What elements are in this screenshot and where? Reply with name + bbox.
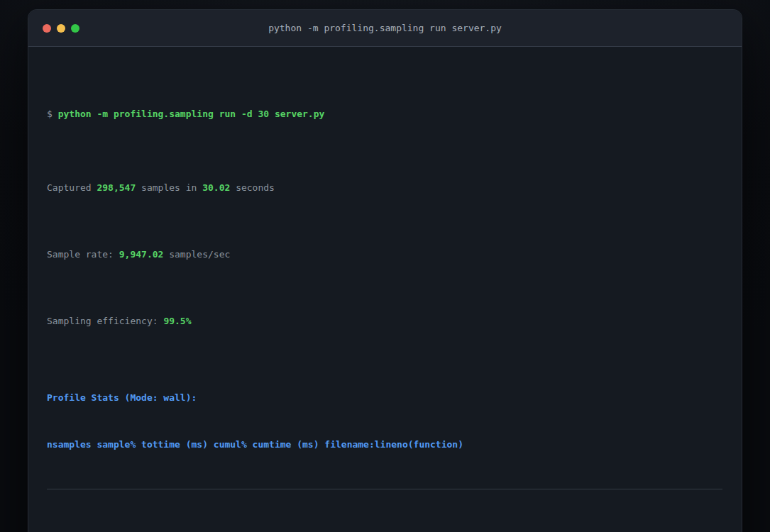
efficiency-value: 99.5% xyxy=(163,316,191,326)
window-titlebar[interactable]: python -m profiling.sampling run server.… xyxy=(28,10,742,47)
close-button-icon[interactable] xyxy=(43,24,51,33)
command-text: python -m profiling.sampling run -d 30 s… xyxy=(58,109,325,119)
command-line: $ python -m profiling.sampling run -d 30… xyxy=(47,106,722,122)
minimize-button-icon[interactable] xyxy=(57,24,65,33)
maximize-button-icon[interactable] xyxy=(71,24,79,33)
rate-suffix-label: samples/sec xyxy=(163,249,230,260)
captured-stats-line: Captured 298,547 samples in 30.02 second… xyxy=(47,180,722,196)
shell-prompt: $ xyxy=(47,109,58,119)
captured-seconds-value: 30.02 xyxy=(202,182,230,193)
table-divider xyxy=(47,489,722,489)
captured-samples-value: 298,547 xyxy=(97,182,136,193)
window-controls xyxy=(43,24,79,33)
captured-mid-label: samples in xyxy=(136,182,202,193)
captured-label: Captured xyxy=(47,182,97,193)
terminal-window: python -m profiling.sampling run server.… xyxy=(28,10,742,532)
window-title: python -m profiling.sampling run server.… xyxy=(28,23,742,33)
rate-value: 9,947.02 xyxy=(119,249,164,260)
terminal-output: $ python -m profiling.sampling run -d 30… xyxy=(28,47,742,532)
captured-suffix-label: seconds xyxy=(230,182,275,193)
profile-table-header: nsamples sample% tottime (ms) cumul% cum… xyxy=(47,437,722,453)
rate-label: Sample rate: xyxy=(47,249,119,260)
sample-rate-line: Sample rate: 9,947.02 samples/sec xyxy=(47,247,722,262)
efficiency-label: Sampling efficiency: xyxy=(47,316,163,326)
sampling-efficiency-line: Sampling efficiency: 99.5% xyxy=(47,314,722,329)
profile-stats-title: Profile Stats (Mode: wall): xyxy=(47,390,722,406)
